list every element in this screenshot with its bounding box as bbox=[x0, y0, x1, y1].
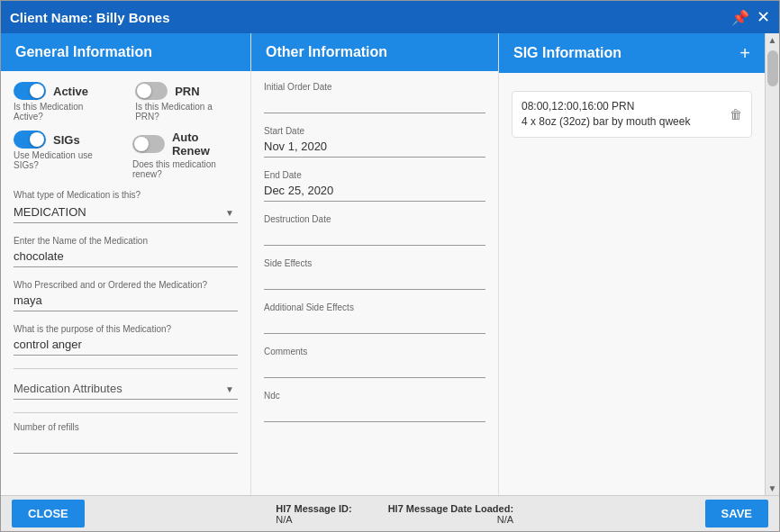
close-button[interactable]: CLOSE bbox=[12, 500, 85, 527]
title-bar: Client Name: Billy Bones 📌 ✕ bbox=[1, 1, 779, 33]
hl7-date-value: N/A bbox=[388, 514, 513, 525]
sig-panel: SIG Information + 08:00,12:00,16:00 PRN … bbox=[499, 33, 765, 495]
other-panel-header: Other Information bbox=[251, 33, 498, 71]
destruction-date-input[interactable] bbox=[264, 226, 485, 246]
sigs-toggle-thumb bbox=[30, 132, 44, 147]
end-date-label: End Date bbox=[264, 170, 485, 180]
sig-panel-title: SIG Information bbox=[513, 45, 621, 61]
hl7-message-id-label: Hl7 Message ID: bbox=[276, 503, 351, 514]
active-toggle-track[interactable] bbox=[14, 82, 46, 100]
sig-entry: 08:00,12:00,16:00 PRN 4 x 8oz (32oz) bar… bbox=[512, 91, 752, 138]
initial-order-date-input[interactable] bbox=[264, 94, 485, 113]
dialog-title: Client Name: Billy Bones bbox=[10, 10, 170, 25]
sigs-toggle-label: SIGs bbox=[53, 133, 80, 147]
hl7-date-label: Hl7 Message Date Loaded: bbox=[388, 503, 513, 514]
active-toggle-subtext: Is this Medication Active? bbox=[14, 102, 113, 122]
sigs-toggle-label-row: SIGs bbox=[14, 131, 111, 149]
toggle-row-2: SIGs Use Medication use SIGs? bbox=[14, 131, 238, 179]
save-button[interactable]: SAVE bbox=[705, 500, 768, 527]
sig-delete-button[interactable]: 🗑 bbox=[730, 107, 742, 122]
ndc-label: Ndc bbox=[264, 391, 485, 401]
side-effects-group: Side Effects bbox=[264, 258, 485, 290]
footer-mid: Hl7 Message ID: N/A Hl7 Message Date Loa… bbox=[276, 503, 513, 525]
pin-icon[interactable]: 📌 bbox=[731, 9, 749, 26]
medication-type-group: What type of Medication is this? MEDICAT… bbox=[14, 190, 238, 223]
scroll-up-arrow[interactable]: ▲ bbox=[766, 33, 779, 47]
prn-toggle-label: PRN bbox=[175, 85, 199, 98]
prn-toggle[interactable] bbox=[135, 82, 168, 100]
additional-side-effects-label: Additional Side Effects bbox=[264, 302, 485, 312]
medication-type-label: What type of Medication is this? bbox=[14, 190, 238, 200]
general-panel: General Information Ac bbox=[1, 33, 251, 495]
scroll-down-arrow[interactable]: ▼ bbox=[766, 482, 779, 495]
sigs-toggle[interactable] bbox=[14, 131, 46, 149]
side-effects-input[interactable] bbox=[264, 270, 485, 290]
sig-panel-body: 08:00,12:00,16:00 PRN 4 x 8oz (32oz) bar… bbox=[499, 73, 765, 495]
additional-side-effects-input[interactable] bbox=[264, 314, 485, 334]
sigs-toggle-track[interactable] bbox=[14, 131, 46, 149]
auto-renew-toggle-item: Auto Renew Does this medication renew? bbox=[132, 131, 238, 179]
comments-label: Comments bbox=[264, 347, 485, 356]
hl7-message-id-value: N/A bbox=[276, 514, 351, 525]
scrollbar: ▲ ▼ bbox=[765, 33, 779, 495]
general-panel-header: General Information bbox=[1, 33, 250, 71]
attributes-wrapper: Medication Attributes bbox=[14, 378, 238, 400]
end-date-input[interactable] bbox=[264, 182, 485, 202]
general-panel-body: Active Is this Medication Active? bbox=[1, 71, 250, 495]
sig-line2: 4 x 8oz (32oz) bar by mouth qweek bbox=[522, 115, 690, 128]
sig-text: 08:00,12:00,16:00 PRN 4 x 8oz (32oz) bar… bbox=[522, 99, 690, 130]
sigs-toggle-subtext: Use Medication use SIGs? bbox=[14, 150, 111, 170]
window-close-icon[interactable]: ✕ bbox=[757, 9, 770, 25]
initial-order-date-group: Initial Order Date bbox=[264, 82, 485, 113]
attributes-select[interactable]: Medication Attributes bbox=[14, 378, 238, 400]
active-toggle-item: Active Is this Medication Active? bbox=[14, 82, 113, 122]
ndc-input[interactable] bbox=[264, 402, 485, 422]
panels-container: General Information Ac bbox=[1, 33, 765, 495]
purpose-input[interactable] bbox=[14, 336, 238, 356]
prescribed-by-input[interactable] bbox=[14, 292, 238, 311]
destruction-date-group: Destruction Date bbox=[264, 214, 485, 246]
active-toggle[interactable] bbox=[14, 82, 46, 100]
purpose-label: What is the purpose of this Medication? bbox=[14, 324, 238, 334]
dialog: Client Name: Billy Bones 📌 ✕ General Inf… bbox=[0, 0, 780, 532]
comments-input[interactable] bbox=[264, 358, 485, 378]
auto-renew-toggle-label: Auto Renew bbox=[172, 131, 238, 158]
footer-actions: CLOSE Hl7 Message ID: N/A Hl7 Message Da… bbox=[12, 500, 768, 527]
prn-toggle-thumb bbox=[137, 84, 151, 98]
footer: CLOSE Hl7 Message ID: N/A Hl7 Message Da… bbox=[1, 495, 779, 531]
title-bar-icons: 📌 ✕ bbox=[731, 9, 770, 26]
active-toggle-label: Active bbox=[53, 85, 88, 98]
sig-line1: 08:00,12:00,16:00 PRN bbox=[522, 100, 634, 113]
side-effects-label: Side Effects bbox=[264, 258, 485, 268]
medication-name-input[interactable] bbox=[14, 248, 238, 267]
prn-toggle-label-row: PRN bbox=[135, 82, 238, 100]
toggle-row-1: Active Is this Medication Active? bbox=[14, 82, 238, 122]
auto-renew-label-row: Auto Renew bbox=[132, 131, 238, 158]
other-panel-body: Initial Order Date Start Date End Date bbox=[251, 71, 498, 495]
purpose-group: What is the purpose of this Medication? bbox=[14, 324, 238, 356]
medication-type-select[interactable]: MEDICATION SUPPLEMENT OTHER bbox=[14, 202, 238, 223]
auto-renew-toggle-subtext: Does this medication renew? bbox=[132, 159, 238, 179]
auto-renew-toggle[interactable] bbox=[132, 135, 165, 153]
scrollbar-thumb[interactable] bbox=[767, 50, 778, 86]
sig-panel-header: SIG Information + bbox=[499, 33, 765, 73]
hl7-date-block: Hl7 Message Date Loaded: N/A bbox=[388, 503, 513, 525]
prescribed-by-label: Who Prescribed and or Ordered the Medica… bbox=[14, 280, 238, 290]
auto-renew-toggle-track[interactable] bbox=[132, 135, 165, 153]
sigs-toggle-item: SIGs Use Medication use SIGs? bbox=[14, 131, 111, 179]
content-area: General Information Ac bbox=[1, 33, 779, 495]
divider-1 bbox=[14, 368, 238, 369]
start-date-group: Start Date bbox=[264, 126, 485, 158]
auto-renew-toggle-thumb bbox=[134, 137, 149, 151]
add-sig-button[interactable]: + bbox=[739, 44, 750, 62]
start-date-input[interactable] bbox=[264, 138, 485, 158]
divider-2 bbox=[14, 412, 238, 413]
prescribed-by-group: Who Prescribed and or Ordered the Medica… bbox=[14, 280, 238, 311]
prn-toggle-item: PRN Is this Medication a PRN? bbox=[135, 82, 238, 122]
medication-name-group: Enter the Name of the Medication bbox=[14, 236, 238, 267]
prn-toggle-track[interactable] bbox=[135, 82, 168, 100]
comments-group: Comments bbox=[264, 347, 485, 378]
ndc-group: Ndc bbox=[264, 391, 485, 422]
refills-input[interactable] bbox=[14, 434, 238, 454]
initial-order-date-label: Initial Order Date bbox=[264, 82, 485, 92]
